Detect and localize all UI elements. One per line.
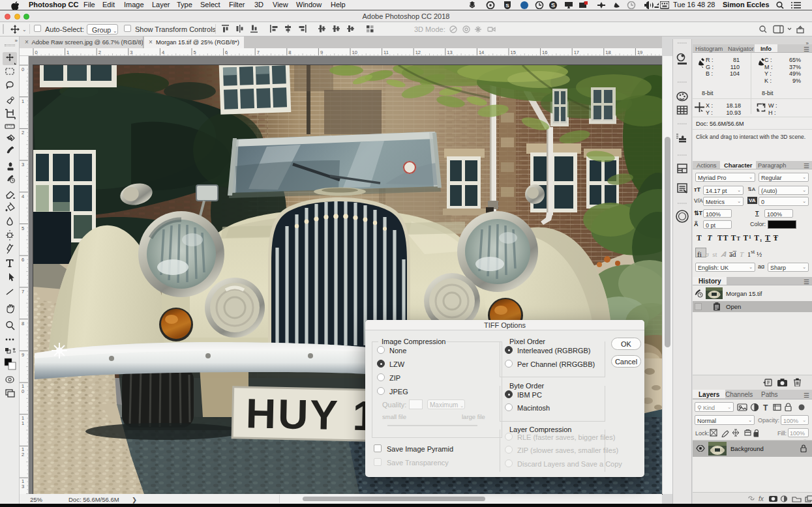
- svg-text:fx: fx: [759, 495, 764, 502]
- svg-text:2: 2: [22, 130, 24, 136]
- svg-text:10: 10: [352, 50, 357, 55]
- svg-text:17: 17: [574, 50, 579, 55]
- svg-text:0: 0: [22, 388, 24, 394]
- svg-text:1: 1: [22, 420, 24, 426]
- svg-text:6: 6: [22, 257, 24, 263]
- svg-text:12: 12: [415, 50, 421, 55]
- svg-text:5: 5: [22, 225, 24, 231]
- svg-text:9: 9: [22, 352, 24, 358]
- svg-text:3: 3: [22, 162, 24, 167]
- svg-text:13: 13: [447, 50, 452, 55]
- svg-text:HUY 1: HUY 1: [245, 390, 378, 439]
- svg-text:S: S: [551, 2, 555, 8]
- svg-text:19: 19: [637, 50, 642, 55]
- svg-text:0: 0: [22, 66, 24, 72]
- svg-text:S: S: [505, 3, 509, 8]
- svg-text:T: T: [763, 403, 768, 413]
- svg-text:1: 1: [22, 98, 24, 104]
- svg-text:2: 2: [22, 452, 24, 457]
- svg-text:8: 8: [22, 321, 24, 326]
- svg-text:15: 15: [511, 50, 516, 55]
- svg-text:4: 4: [22, 194, 24, 199]
- svg-text:3: 3: [22, 484, 24, 489]
- svg-text:18: 18: [605, 50, 610, 55]
- svg-text:7: 7: [22, 289, 24, 295]
- svg-text:16: 16: [542, 50, 547, 55]
- svg-text:14: 14: [479, 50, 484, 55]
